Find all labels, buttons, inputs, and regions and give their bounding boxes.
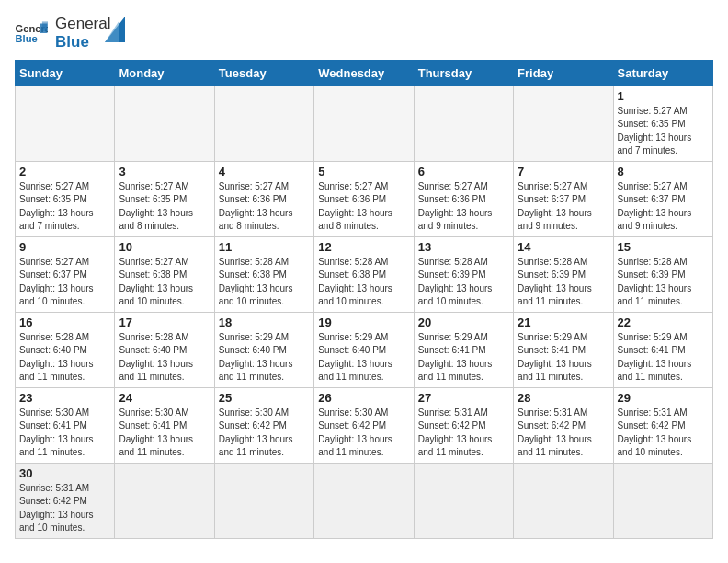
calendar-cell: 11Sunrise: 5:28 AM Sunset: 6:38 PM Dayli… — [214, 236, 313, 312]
calendar-cell: 5Sunrise: 5:27 AM Sunset: 6:36 PM Daylig… — [314, 161, 414, 236]
logo: General Blue General Blue — [15, 15, 125, 52]
calendar-cell — [314, 86, 414, 161]
day-info: Sunrise: 5:27 AM Sunset: 6:35 PM Dayligh… — [119, 180, 210, 234]
day-info: Sunrise: 5:31 AM Sunset: 6:42 PM Dayligh… — [418, 407, 509, 460]
svg-marker-5 — [105, 20, 119, 42]
calendar-row: 2Sunrise: 5:27 AM Sunset: 6:35 PM Daylig… — [16, 161, 713, 236]
day-number: 19 — [318, 316, 409, 329]
calendar-cell — [115, 463, 214, 538]
calendar-cell: 21Sunrise: 5:29 AM Sunset: 6:41 PM Dayli… — [514, 312, 613, 387]
calendar-cell: 14Sunrise: 5:28 AM Sunset: 6:39 PM Dayli… — [514, 236, 613, 312]
day-info: Sunrise: 5:27 AM Sunset: 6:37 PM Dayligh… — [19, 256, 110, 309]
calendar-row: 30Sunrise: 5:31 AM Sunset: 6:42 PM Dayli… — [16, 463, 713, 538]
weekday-header-row: Sunday Monday Tuesday Wednesday Thursday… — [16, 60, 713, 86]
calendar-cell: 13Sunrise: 5:28 AM Sunset: 6:39 PM Dayli… — [414, 236, 513, 312]
day-number: 7 — [518, 165, 609, 178]
day-info: Sunrise: 5:28 AM Sunset: 6:38 PM Dayligh… — [219, 256, 310, 309]
day-number: 13 — [418, 240, 509, 254]
calendar-cell: 27Sunrise: 5:31 AM Sunset: 6:42 PM Dayli… — [414, 387, 513, 463]
calendar-cell: 3Sunrise: 5:27 AM Sunset: 6:35 PM Daylig… — [115, 161, 214, 236]
day-info: Sunrise: 5:28 AM Sunset: 6:39 PM Dayligh… — [418, 256, 509, 309]
calendar-cell: 16Sunrise: 5:28 AM Sunset: 6:40 PM Dayli… — [16, 312, 115, 387]
header-wednesday: Wednesday — [314, 60, 414, 86]
header-tuesday: Tuesday — [214, 60, 313, 86]
calendar-cell — [613, 463, 712, 538]
day-info: Sunrise: 5:31 AM Sunset: 6:42 PM Dayligh… — [19, 482, 110, 535]
day-number: 6 — [418, 165, 509, 178]
calendar-cell: 29Sunrise: 5:31 AM Sunset: 6:42 PM Dayli… — [613, 387, 712, 463]
day-number: 12 — [318, 240, 409, 254]
calendar-cell: 2Sunrise: 5:27 AM Sunset: 6:35 PM Daylig… — [16, 161, 115, 236]
svg-marker-3 — [42, 22, 48, 32]
day-info: Sunrise: 5:27 AM Sunset: 6:38 PM Dayligh… — [119, 256, 210, 309]
day-number: 14 — [518, 240, 609, 254]
day-info: Sunrise: 5:27 AM Sunset: 6:37 PM Dayligh… — [518, 180, 609, 234]
day-number: 3 — [119, 165, 210, 178]
calendar-cell — [514, 463, 613, 538]
calendar-cell — [115, 86, 214, 161]
day-info: Sunrise: 5:28 AM Sunset: 6:39 PM Dayligh… — [518, 256, 609, 309]
calendar-cell: 9Sunrise: 5:27 AM Sunset: 6:37 PM Daylig… — [16, 236, 115, 312]
calendar-cell — [414, 463, 513, 538]
calendar-cell — [414, 86, 513, 161]
calendar-cell: 8Sunrise: 5:27 AM Sunset: 6:37 PM Daylig… — [613, 161, 712, 236]
logo-triangle — [105, 17, 125, 42]
day-number: 15 — [618, 240, 709, 254]
header-saturday: Saturday — [613, 60, 712, 86]
calendar-cell: 19Sunrise: 5:29 AM Sunset: 6:40 PM Dayli… — [314, 312, 414, 387]
day-info: Sunrise: 5:28 AM Sunset: 6:39 PM Dayligh… — [618, 256, 709, 309]
day-number: 23 — [19, 391, 110, 405]
day-info: Sunrise: 5:29 AM Sunset: 6:41 PM Dayligh… — [618, 331, 709, 385]
calendar-cell: 30Sunrise: 5:31 AM Sunset: 6:42 PM Dayli… — [16, 463, 115, 538]
day-number: 5 — [318, 165, 409, 178]
day-number: 22 — [618, 316, 709, 329]
calendar-table: Sunday Monday Tuesday Wednesday Thursday… — [15, 60, 713, 539]
calendar-cell: 28Sunrise: 5:31 AM Sunset: 6:42 PM Dayli… — [514, 387, 613, 463]
calendar-row: 1Sunrise: 5:27 AM Sunset: 6:35 PM Daylig… — [16, 86, 713, 161]
day-info: Sunrise: 5:30 AM Sunset: 6:42 PM Dayligh… — [318, 407, 409, 460]
day-number: 27 — [418, 391, 509, 405]
day-number: 8 — [618, 165, 709, 178]
calendar-cell: 26Sunrise: 5:30 AM Sunset: 6:42 PM Dayli… — [314, 387, 414, 463]
day-info: Sunrise: 5:30 AM Sunset: 6:41 PM Dayligh… — [119, 407, 210, 460]
calendar-cell — [16, 86, 115, 161]
calendar-row: 9Sunrise: 5:27 AM Sunset: 6:37 PM Daylig… — [16, 236, 713, 312]
day-number: 26 — [318, 391, 409, 405]
day-number: 4 — [219, 165, 310, 178]
day-number: 10 — [119, 240, 210, 254]
logo-icon: General Blue — [15, 20, 48, 46]
day-number: 29 — [618, 391, 709, 405]
logo-general: General — [55, 15, 110, 33]
calendar-cell: 20Sunrise: 5:29 AM Sunset: 6:41 PM Dayli… — [414, 312, 513, 387]
calendar-cell — [214, 463, 313, 538]
day-number: 21 — [518, 316, 609, 329]
day-number: 30 — [19, 466, 110, 480]
day-info: Sunrise: 5:31 AM Sunset: 6:42 PM Dayligh… — [618, 407, 709, 460]
day-info: Sunrise: 5:29 AM Sunset: 6:41 PM Dayligh… — [518, 331, 609, 385]
logo-blue: Blue — [55, 33, 110, 52]
calendar-cell: 17Sunrise: 5:28 AM Sunset: 6:40 PM Dayli… — [115, 312, 214, 387]
calendar-cell: 23Sunrise: 5:30 AM Sunset: 6:41 PM Dayli… — [16, 387, 115, 463]
calendar-cell: 24Sunrise: 5:30 AM Sunset: 6:41 PM Dayli… — [115, 387, 214, 463]
day-info: Sunrise: 5:27 AM Sunset: 6:37 PM Dayligh… — [618, 180, 709, 234]
day-number: 2 — [19, 165, 110, 178]
day-number: 18 — [219, 316, 310, 329]
day-info: Sunrise: 5:28 AM Sunset: 6:40 PM Dayligh… — [19, 331, 110, 385]
day-info: Sunrise: 5:30 AM Sunset: 6:42 PM Dayligh… — [219, 407, 310, 460]
day-number: 16 — [19, 316, 110, 329]
day-info: Sunrise: 5:28 AM Sunset: 6:40 PM Dayligh… — [119, 331, 210, 385]
day-info: Sunrise: 5:30 AM Sunset: 6:41 PM Dayligh… — [19, 407, 110, 460]
day-number: 9 — [19, 240, 110, 254]
calendar-cell: 12Sunrise: 5:28 AM Sunset: 6:38 PM Dayli… — [314, 236, 414, 312]
header-sunday: Sunday — [16, 60, 115, 86]
calendar-cell: 1Sunrise: 5:27 AM Sunset: 6:35 PM Daylig… — [613, 86, 712, 161]
day-number: 17 — [119, 316, 210, 329]
day-info: Sunrise: 5:29 AM Sunset: 6:41 PM Dayligh… — [418, 331, 509, 385]
header-monday: Monday — [115, 60, 214, 86]
calendar-row: 23Sunrise: 5:30 AM Sunset: 6:41 PM Dayli… — [16, 387, 713, 463]
day-number: 28 — [518, 391, 609, 405]
day-info: Sunrise: 5:27 AM Sunset: 6:36 PM Dayligh… — [418, 180, 509, 234]
day-number: 1 — [618, 89, 709, 103]
calendar-cell: 22Sunrise: 5:29 AM Sunset: 6:41 PM Dayli… — [613, 312, 712, 387]
calendar-cell — [314, 463, 414, 538]
